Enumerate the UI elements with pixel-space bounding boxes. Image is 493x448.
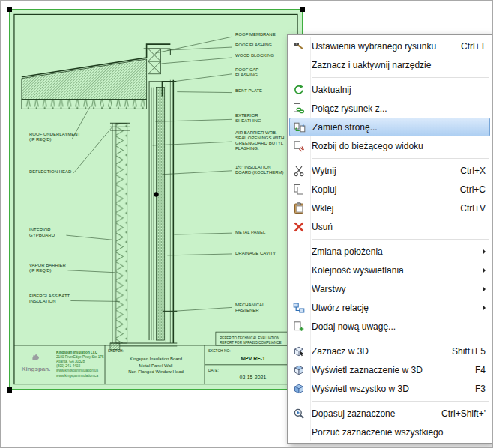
cube-view-all-icon (291, 383, 307, 395)
company-website: www.kingspaninsulation.ca (56, 374, 104, 378)
menu-item-delete[interactable]: Usuń (288, 217, 492, 236)
sketch-no-field-label: SKETCH-NO: (208, 349, 231, 353)
menu-item-show-selection-3d[interactable]: Wyświetl zaznaczenie w 3D F4 (288, 360, 492, 379)
drawing-node-handle[interactable] (154, 192, 158, 196)
callout-label: WOOD BLOCKING (235, 53, 274, 58)
menu-item-copy[interactable]: Kopiuj Ctrl+C (288, 180, 492, 199)
menu-separator (312, 158, 489, 159)
menu-item-add-note[interactable]: Dodaj nową uwagę... (288, 317, 492, 336)
kingspan-wordmark: Kingspan. (19, 366, 53, 372)
copy-icon (291, 184, 307, 196)
date-value: 03-15-2021 (206, 375, 300, 380)
callout-label: INTERIOR GYPBOARD (29, 228, 55, 238)
menu-item-paste[interactable]: Wklej Ctrl+V (288, 199, 492, 217)
menu-separator (312, 77, 489, 78)
callout-label: FIBERGLASS BATT INSULATION (29, 294, 70, 304)
company-website: www.kingspaninsulation.us (56, 369, 104, 373)
menu-item-drawing-settings[interactable]: Ustawienia wybranego rysunku Ctrl+T (288, 37, 492, 55)
menu-separator (312, 401, 489, 402)
menu-item-select-in-3d[interactable]: Zaznacz w 3D Shift+F5 (288, 342, 492, 360)
submenu-arrow-icon (483, 267, 486, 273)
menu-item-layers[interactable]: Warstwy (288, 279, 492, 298)
menu-item-select-activate-tool[interactable]: Zaznacz i uaktywnij narzędzie (288, 55, 492, 74)
refresh-icon (291, 84, 307, 96)
callout-label: DRAINAGE CAVITY (235, 251, 276, 256)
swap-page-icon (291, 121, 308, 133)
callout-label: MECHANICAL FASTENER (235, 303, 264, 313)
paste-icon (291, 202, 307, 214)
callout-label: METAL PANEL (235, 230, 265, 235)
cube-view-selection-icon (291, 364, 307, 376)
roof-assembly (22, 44, 176, 109)
submenu-arrow-icon (483, 305, 486, 311)
menu-item-deselect-all[interactable]: Porzuć zaznaczenie wszystkiego (288, 423, 492, 441)
delete-icon (291, 221, 307, 233)
menu-item-link-drawing[interactable]: Połącz rysunek z... (288, 99, 492, 118)
callout-label: 1½" INSULATION BOARD (KOOLTHERM) (235, 165, 284, 175)
add-note-icon (291, 321, 307, 333)
company-address-block: Kingspan Insulation LLC 2100 RiverEdge P… (56, 351, 104, 378)
menu-item-explode-to-view[interactable]: Rozbij do bieżącego widoku (288, 136, 492, 155)
menu-item-create-relation[interactable]: Utwórz relację (288, 298, 492, 317)
scissors-icon (291, 165, 307, 177)
link-drawing-icon (291, 103, 307, 115)
context-menu: Ustawienia wybranego rysunku Ctrl+T Zazn… (287, 34, 492, 444)
cube-select-icon (291, 345, 307, 357)
submenu-arrow-icon (483, 286, 486, 292)
explode-icon (291, 140, 307, 152)
menu-separator (312, 239, 489, 240)
menu-item-move[interactable]: Zmiana położenia (288, 242, 492, 261)
callout-label: ROOF FLASHING (235, 43, 272, 48)
kingspan-logo: Kingspan. (19, 351, 53, 372)
fit-zoom-icon (291, 408, 307, 420)
callout-label: AIR BARRIER WRB. SEAL OPENINGS WITH GREE… (235, 130, 284, 151)
sketch-field-label: SKETCH: (108, 349, 124, 353)
menu-separator (312, 339, 489, 339)
submenu-arrow-icon (483, 249, 486, 255)
selected-detail-drawing[interactable]: ROOF MEMBRANE ROOF FLASHING WOOD BLOCKIN… (9, 9, 303, 390)
date-field-label: DATE: (208, 369, 219, 372)
menu-item-fit-selection[interactable]: Dopasuj zaznaczone Ctrl+Shift+' (288, 404, 492, 423)
settings-icon (291, 40, 307, 52)
menu-item-cut[interactable]: Wytnij Ctrl+X (288, 161, 492, 180)
menu-item-replace-page[interactable]: Zamień stronę... (289, 118, 490, 136)
sketch-no-value: MPV RF-1 (206, 356, 300, 361)
selection-handle-top-left[interactable] (7, 7, 12, 12)
relation-icon (291, 302, 307, 314)
menu-item-display-order[interactable]: Kolejność wyświetlania (288, 261, 492, 279)
selection-handle-top-right[interactable] (300, 7, 305, 12)
callout-label: BENT PLATE (235, 88, 262, 94)
menu-item-update[interactable]: Uaktualnij (288, 80, 492, 99)
sketch-title: Kingspan Insulation Board Metal Panel Wa… (106, 356, 206, 375)
callout-label: VAPOR BARRIER (IF REQ'D) (29, 263, 66, 273)
compliance-note: REFER TO TECHNICAL EVALUATION REPORT FOR… (220, 336, 297, 345)
interior-wall (110, 123, 177, 350)
detail-drawing-linework (10, 10, 302, 389)
wall-assembly (149, 80, 178, 343)
callout-label: ROOF CAP FLASHING (235, 67, 258, 78)
selection-handle-bottom-left[interactable] (7, 387, 12, 393)
menu-item-show-all-3d[interactable]: Wyświetl wszystko w 3D F3 (288, 379, 492, 398)
callout-label: DEFLECTION HEAD (29, 169, 71, 175)
callout-label: ROOF UNDERLAYMENT (IF REQ'D) (29, 132, 80, 142)
callout-label: ROOF MEMBRANE (235, 32, 276, 37)
kingspan-lion-icon (31, 351, 41, 362)
callout-label: EXTERIOR SHEATHING (235, 113, 261, 124)
